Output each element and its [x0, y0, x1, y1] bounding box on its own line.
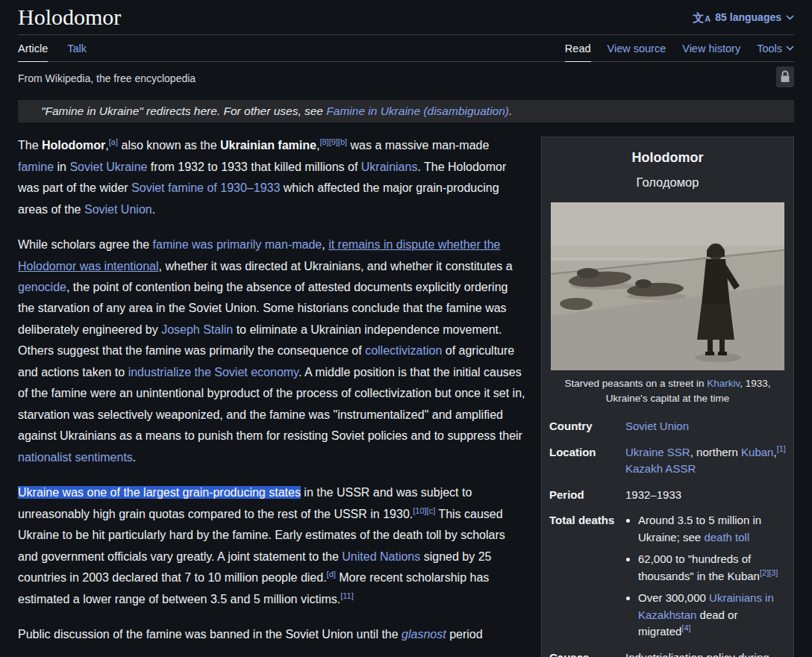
- article-link[interactable]: Famine in Ukraine (disambiguation): [326, 105, 509, 117]
- reference-link[interactable]: [11]: [340, 591, 354, 600]
- tools-menu-button[interactable]: Tools: [757, 43, 794, 61]
- tab-article[interactable]: Article: [18, 43, 48, 62]
- article-tabs-bar: Article Talk Read View source View histo…: [18, 35, 794, 62]
- reference-link[interactable]: [d]: [327, 570, 336, 579]
- infobox-label: Location: [549, 444, 625, 478]
- infobox-row-country: Country Soviet Union: [549, 414, 786, 440]
- languages-button[interactable]: 文A 85 languages: [693, 11, 794, 23]
- page-protection-lock-icon[interactable]: [776, 66, 794, 87]
- reference-link[interactable]: [b]: [338, 137, 347, 146]
- infobox-label: Total deaths: [549, 512, 625, 641]
- infobox-value: 1932–1933: [625, 487, 786, 504]
- article-link[interactable]: Joseph Stalin: [161, 323, 233, 336]
- hatnote: "Famine in Ukraine" redirects here. For …: [18, 100, 794, 123]
- languages-count-label: 85 languages: [715, 11, 781, 23]
- infobox-row-total-deaths: Total deaths Around 3.5 to 5 million in …: [549, 508, 786, 645]
- article-link[interactable]: Kuban: [741, 446, 773, 458]
- article-link[interactable]: Soviet Ukraine: [69, 161, 147, 173]
- infobox: Holodomor Голодомор: [541, 137, 794, 657]
- reference-link[interactable]: [10]: [413, 505, 426, 514]
- reference-marker: [c]: [427, 505, 436, 514]
- article-link[interactable]: nationalist sentiments: [18, 451, 133, 464]
- infobox-image-caption: Starved peasants on a street in Kharkiv,…: [542, 370, 793, 413]
- article-link[interactable]: Soviet Union: [84, 203, 152, 216]
- infobox-value: Around 3.5 to 5 million in Ukraine; see …: [625, 512, 786, 641]
- infobox-value: Ukraine SSR, northern Kuban,[1] Kazakh A…: [625, 444, 786, 478]
- infobox-row-period: Period 1932–1933: [549, 482, 786, 508]
- bold-text: Holodomor: [42, 139, 105, 152]
- article-link[interactable]: famine: [18, 161, 54, 173]
- infobox-label: Country: [549, 418, 625, 435]
- reference-link[interactable]: [3]: [769, 568, 778, 577]
- infobox-rows: Country Soviet Union Location Ukraine SS…: [542, 412, 793, 657]
- list-item: Over 300,000 Ukrainians in Kazakhstan de…: [638, 590, 786, 641]
- bold-text: Ukrainian famine: [220, 139, 316, 152]
- view-tabs: Read View source View history Tools: [565, 43, 794, 61]
- article-link[interactable]: Ukrainians: [361, 161, 418, 173]
- chevron-down-icon: [786, 15, 794, 20]
- article-link[interactable]: genocide: [18, 281, 66, 293]
- language-icon: 文A: [693, 12, 710, 23]
- tools-label: Tools: [757, 43, 782, 55]
- article-link[interactable]: glasnost: [402, 628, 446, 641]
- article-link[interactable]: Ukrainians in Kazakhstan: [638, 591, 774, 621]
- reference-link[interactable]: [2]: [760, 568, 769, 577]
- tab-view-history[interactable]: View history: [682, 43, 740, 61]
- chevron-down-icon: [786, 46, 794, 51]
- page-header: Holodomor 文A 85 languages: [18, 4, 794, 35]
- infobox-row-causes: Causes Industrialization policy during t…: [549, 645, 786, 657]
- infobox-image[interactable]: [551, 202, 784, 370]
- infobox-native-name: Голодомор: [542, 172, 793, 193]
- reference-link[interactable]: [8]: [319, 137, 328, 146]
- total-deaths-list: Around 3.5 to 5 million in Ukraine; see …: [625, 512, 786, 641]
- reference-link[interactable]: [1]: [777, 444, 786, 453]
- reference-marker: [1]: [777, 444, 786, 453]
- article-link[interactable]: Ukraine SSR: [625, 446, 690, 458]
- infobox-label: Causes: [549, 650, 625, 657]
- article-link[interactable]: United Nations: [342, 550, 420, 563]
- reference-marker: [8]: [319, 137, 328, 146]
- article-body: Holodomor Голодомор: [18, 135, 794, 645]
- infobox-label: Period: [549, 487, 625, 504]
- list-item: 62,000 to "hundreds of thousands" in the…: [638, 551, 786, 585]
- reference-marker: [4]: [681, 623, 690, 632]
- infobox-value: Soviet Union: [625, 418, 786, 435]
- list-item: Around 3.5 to 5 million in Ukraine; see …: [638, 512, 786, 546]
- wikipedia-article-page: Holodomor 文A 85 languages Article Talk R…: [0, 0, 812, 657]
- reference-marker: [10]: [413, 505, 426, 514]
- infobox-row-location: Location Ukraine SSR, northern Kuban,[1]…: [549, 440, 786, 482]
- article-link[interactable]: industrialize the Soviet economy: [128, 366, 299, 379]
- selected-text: Ukraine was one of the largest grain-pro…: [18, 486, 301, 499]
- reference-marker: [3]: [769, 568, 778, 577]
- infobox-title: Holodomor: [542, 146, 793, 169]
- tab-read[interactable]: Read: [565, 43, 591, 62]
- tab-view-source[interactable]: View source: [608, 43, 666, 61]
- infobox-value: Industrialization policy during the Firs…: [625, 650, 786, 657]
- reference-link[interactable]: [c]: [427, 505, 436, 514]
- tab-talk[interactable]: Talk: [67, 43, 87, 61]
- article-link[interactable]: Soviet Union: [625, 420, 689, 432]
- article-link[interactable]: Kazakh ASSR: [625, 462, 696, 475]
- site-subtitle: From Wikipedia, the free encyclopedia: [18, 72, 196, 84]
- namespace-tabs: Article Talk: [18, 43, 87, 61]
- reference-marker: [11]: [340, 591, 354, 600]
- page-title: Holodomor: [18, 4, 121, 31]
- article-link[interactable]: death toll: [704, 531, 749, 544]
- reference-link[interactable]: [a]: [109, 137, 118, 146]
- article-link[interactable]: collectivization: [365, 344, 442, 357]
- site-subtitle-row: From Wikipedia, the free encyclopedia: [18, 72, 794, 86]
- reference-marker: [a]: [109, 137, 118, 146]
- reference-marker: [2]: [760, 568, 769, 577]
- article-link[interactable]: Kharkiv: [707, 378, 740, 389]
- article-link[interactable]: Soviet famine of 1930–1933: [131, 181, 280, 194]
- article-link[interactable]: famine was primarily man-made: [153, 238, 322, 251]
- reference-marker: [b]: [338, 137, 347, 146]
- reference-link[interactable]: [4]: [681, 623, 690, 632]
- reference-marker: [d]: [327, 570, 336, 579]
- reference-marker: [9]: [329, 137, 338, 146]
- reference-link[interactable]: [9]: [329, 137, 338, 146]
